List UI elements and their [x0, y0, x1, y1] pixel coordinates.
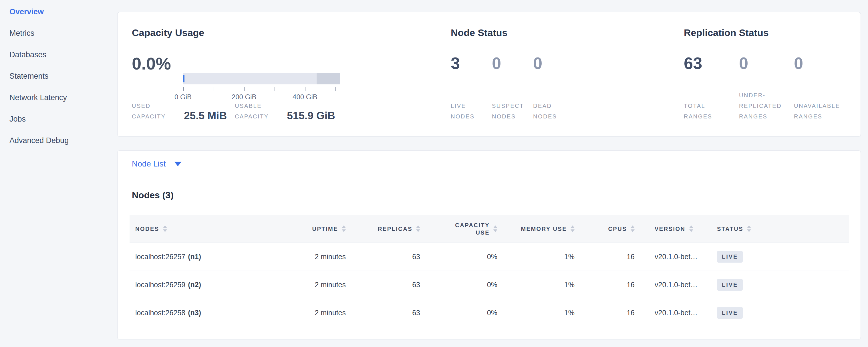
- cell-replicas: 63: [354, 281, 429, 289]
- node-status-stat-label: LIVENODES: [451, 101, 492, 122]
- cell-cpus: 16: [583, 281, 643, 289]
- node-status-title: Node Status: [451, 27, 507, 39]
- sidebar-item-metrics[interactable]: Metrics: [9, 28, 113, 38]
- sort-icon: [493, 225, 497, 232]
- node-status-stat-label: SUSPECTNODES: [492, 101, 533, 122]
- column-header-label: UPTIME: [312, 225, 338, 232]
- node-status-stat-label: DEADNODES: [533, 101, 576, 122]
- sort-icon: [342, 225, 346, 232]
- nodes-column-divider: [283, 243, 283, 327]
- nodes-table-header: NODESUPTIMEREPLICASCAPACITYUSEMEMORY USE…: [129, 215, 849, 243]
- node-status-section: Node Status 300 LIVENODESSUSPECTNODESDEA…: [451, 12, 674, 136]
- column-header-memory_use[interactable]: MEMORY USE: [506, 215, 583, 243]
- cell-memory_use: 1%: [506, 253, 583, 261]
- axis-tick: [244, 87, 245, 91]
- sidebar-item-databases[interactable]: Databases: [9, 50, 113, 60]
- capacity-stat-value: 25.5 MiB: [184, 110, 227, 122]
- column-header-replicas[interactable]: REPLICAS: [354, 215, 429, 243]
- sort-up-arrow-icon: [689, 225, 693, 228]
- column-header-cpus[interactable]: CPUS: [583, 215, 643, 243]
- node-list-dropdown[interactable]: Node List: [118, 151, 861, 177]
- sidebar-item-advanced-debug[interactable]: Advanced Debug: [9, 135, 113, 145]
- column-header-label: CPUS: [608, 225, 627, 232]
- replication-status-title: Replication Status: [684, 27, 769, 39]
- nodes-table-heading: Nodes (3): [132, 189, 174, 201]
- cell-version: v20.1.0-bet…: [643, 253, 716, 261]
- cell-cpus: 16: [583, 309, 643, 317]
- column-header-label: VERSION: [655, 225, 685, 232]
- replication-stat-value: 0: [794, 54, 860, 72]
- capacity-stat-label: USABLECAPACITY: [235, 101, 275, 122]
- capacity-bar-used-marker: [183, 75, 184, 83]
- sort-up-arrow-icon: [493, 225, 497, 228]
- sort-up-arrow-icon: [570, 225, 575, 228]
- column-header-node[interactable]: NODES: [129, 215, 283, 243]
- capacity-stat: USEDCAPACITY25.5 MiB: [132, 101, 235, 122]
- status-badge: LIVE: [717, 307, 743, 319]
- cell-uptime: 2 minutes: [283, 253, 354, 261]
- sort-up-arrow-icon: [416, 225, 420, 228]
- replication-stat-value: 63: [684, 54, 739, 72]
- cell-uptime: 2 minutes: [283, 281, 354, 289]
- sort-down-arrow-icon: [342, 229, 346, 232]
- node-address: localhost:26259: [135, 281, 185, 289]
- cell-uptime: 2 minutes: [283, 309, 354, 317]
- chevron-down-icon: [174, 162, 182, 166]
- sidebar-item-overview[interactable]: Overview: [9, 7, 113, 17]
- node-list-card: Node List Nodes (3) NODESUPTIMEREPLICASC…: [117, 151, 861, 339]
- sort-icon: [416, 225, 420, 232]
- node-status-stat-value: 0: [492, 54, 533, 72]
- cell-node: localhost:26258(n3): [129, 309, 283, 317]
- cell-status: LIVE: [716, 251, 849, 263]
- column-header-label: CAPACITYUSE: [455, 221, 490, 236]
- capacity-stat-label: USEDCAPACITY: [132, 101, 172, 122]
- cell-version: v20.1.0-bet…: [643, 281, 716, 289]
- table-row[interactable]: localhost:26257(n1)2 minutes630%1%16v20.…: [129, 243, 849, 271]
- cell-version: v20.1.0-bet…: [643, 309, 716, 317]
- capacity-usage-bar-chart: 0 GiB200 GiB400 GiB: [183, 60, 340, 100]
- node-status-stat-value: 3: [451, 54, 492, 72]
- node-id: (n2): [188, 281, 201, 289]
- column-header-label: STATUS: [717, 225, 743, 232]
- sort-down-arrow-icon: [689, 229, 693, 232]
- capacity-bar-reserved-segment: [317, 73, 340, 84]
- sidebar: OverviewMetricsDatabasesStatementsNetwor…: [9, 7, 113, 157]
- table-row[interactable]: localhost:26259(n2)2 minutes630%1%16v20.…: [129, 271, 849, 299]
- column-header-capacity_use[interactable]: CAPACITYUSE: [429, 215, 506, 243]
- sort-down-arrow-icon: [631, 229, 634, 232]
- sort-icon: [747, 225, 751, 232]
- table-row[interactable]: localhost:26258(n3)2 minutes630%1%16v20.…: [129, 299, 849, 327]
- cell-replicas: 63: [354, 253, 429, 261]
- status-badge: LIVE: [717, 279, 743, 291]
- column-header-status[interactable]: STATUS: [716, 215, 849, 243]
- sort-icon: [631, 225, 634, 232]
- column-header-label: MEMORY USE: [521, 225, 567, 232]
- sort-down-arrow-icon: [570, 229, 575, 232]
- sidebar-item-statements[interactable]: Statements: [9, 71, 113, 81]
- cell-capacity_use: 0%: [429, 281, 506, 289]
- node-address: localhost:26258: [135, 309, 185, 317]
- cell-node: localhost:26257(n1): [129, 253, 283, 261]
- cell-node: localhost:26259(n2): [129, 281, 283, 289]
- replication-stat-label: TOTALRANGES: [684, 101, 739, 122]
- cell-capacity_use: 0%: [429, 309, 506, 317]
- cell-memory_use: 1%: [506, 281, 583, 289]
- capacity-bar-track: [183, 73, 340, 84]
- sidebar-item-jobs[interactable]: Jobs: [9, 114, 113, 124]
- column-header-uptime[interactable]: UPTIME: [283, 215, 354, 243]
- sort-up-arrow-icon: [631, 225, 634, 228]
- sort-down-arrow-icon: [493, 229, 497, 232]
- node-list-dropdown-label: Node List: [132, 159, 165, 168]
- replication-stat-label: UNDER-REPLICATEDRANGES: [739, 90, 794, 122]
- column-header-version[interactable]: VERSION: [643, 215, 716, 243]
- capacity-usage-title: Capacity Usage: [132, 27, 204, 39]
- sort-down-arrow-icon: [747, 229, 751, 232]
- axis-tick: [305, 87, 305, 91]
- node-id: (n3): [188, 309, 201, 317]
- sidebar-item-network-latency[interactable]: Network Latency: [9, 93, 113, 102]
- status-badge: LIVE: [717, 251, 743, 263]
- cell-status: LIVE: [716, 279, 849, 291]
- axis-tick: [275, 87, 275, 91]
- sort-down-arrow-icon: [416, 229, 420, 232]
- capacity-used-percent: 0.0%: [132, 55, 171, 73]
